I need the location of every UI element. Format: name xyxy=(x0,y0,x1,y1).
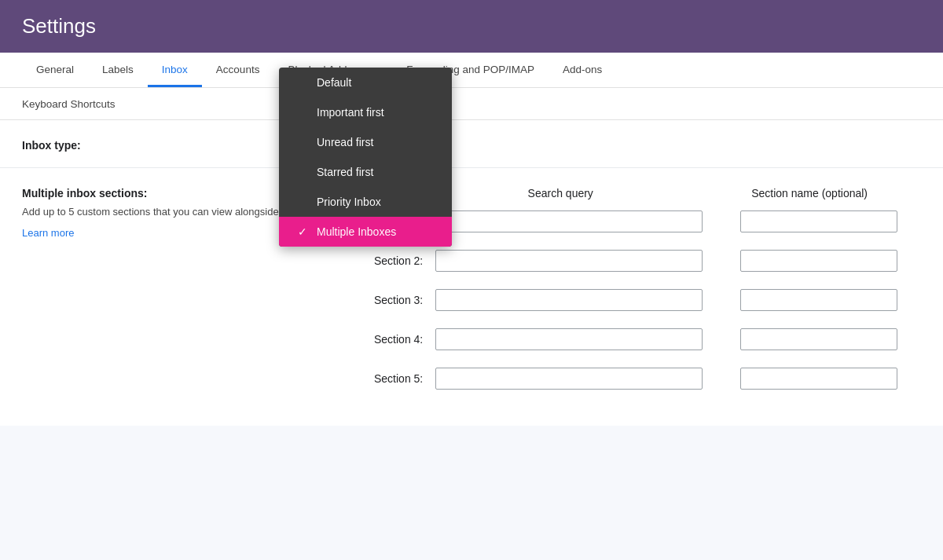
section-2-label: Section 2: xyxy=(352,254,423,267)
tab-labels[interactable]: Labels xyxy=(88,53,148,87)
inbox-type-dropdown[interactable]: Default Important first Unread first Sta… xyxy=(279,68,452,247)
tab-addons[interactable]: Add-ons xyxy=(549,53,616,87)
dropdown-item-priority-inbox[interactable]: Priority Inbox xyxy=(279,187,452,217)
section-5-query-input[interactable] xyxy=(435,368,703,390)
dropdown-item-unread-first[interactable]: Unread first xyxy=(279,127,452,157)
section-4-label: Section 4: xyxy=(352,333,423,346)
table-row: Section 5: xyxy=(352,368,921,390)
table-row: Section 3: xyxy=(352,289,921,311)
tab-inbox[interactable]: Inbox xyxy=(148,53,202,87)
section-4-query-input[interactable] xyxy=(435,328,703,350)
table-row: Section 4: xyxy=(352,328,921,350)
dropdown-item-important-first[interactable]: Important first xyxy=(279,97,452,127)
dropdown-item-multiple-inboxes[interactable]: ✓ Multiple Inboxes xyxy=(279,217,452,247)
section-2-name-input[interactable] xyxy=(740,250,897,272)
keyboard-shortcuts-link[interactable]: Keyboard Shortcuts xyxy=(22,98,116,110)
secondary-nav: Keyboard Shortcuts xyxy=(0,88,943,120)
checkmark-icon: ✓ xyxy=(298,225,310,238)
dropdown-item-default[interactable]: Default xyxy=(279,68,452,97)
sections-area: Multiple inbox sections: Add up to 5 cus… xyxy=(0,168,943,426)
col-header-search: Search query xyxy=(423,187,698,199)
section-3-query-input[interactable] xyxy=(435,289,703,311)
header: Settings xyxy=(0,0,943,53)
page-title: Settings xyxy=(22,14,921,38)
inbox-type-row: Inbox type: xyxy=(0,120,943,168)
col-header-name: Section name (optional) xyxy=(698,187,921,199)
nav-tabs: General Labels Inbox Accounts Blocked Ad… xyxy=(0,53,943,88)
section-2-query-input[interactable] xyxy=(435,250,703,272)
section-5-label: Section 5: xyxy=(352,372,423,385)
tab-accounts[interactable]: Accounts xyxy=(202,53,274,87)
column-headers: Search query Section name (optional) xyxy=(423,187,921,199)
section-3-label: Section 3: xyxy=(352,294,423,306)
tab-general[interactable]: General xyxy=(22,53,88,87)
table-row: Section 2: xyxy=(352,250,921,272)
section-1-name-input[interactable] xyxy=(740,210,897,232)
learn-more-link[interactable]: Learn more xyxy=(22,227,74,239)
section-4-name-input[interactable] xyxy=(740,328,897,350)
section-5-name-input[interactable] xyxy=(740,368,897,390)
dropdown-item-starred-first[interactable]: Starred first xyxy=(279,157,452,187)
section-3-name-input[interactable] xyxy=(740,289,897,311)
inbox-type-label: Inbox type: xyxy=(22,136,148,152)
section-1-query-input[interactable] xyxy=(435,210,703,232)
